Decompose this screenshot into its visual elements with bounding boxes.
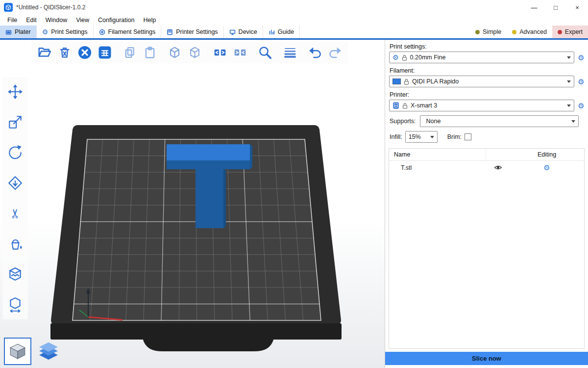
search-button[interactable] [255,43,275,62]
print-settings-value: 0.20mm Fine [410,54,564,61]
printer-value: X-smart 3 [411,102,564,109]
place-on-face-tool-button[interactable] [4,172,26,194]
tab-guide[interactable]: Guide [263,26,300,38]
redo-button[interactable] [325,43,345,62]
visibility-toggle[interactable] [486,164,510,171]
object-list-row[interactable]: T.stl ⚙ [389,161,584,174]
left-toolbar: ✂ [2,77,28,319]
device-tab-icon [229,29,236,35]
print-settings-tab-icon: ⚙ [42,28,49,35]
add-instance-button[interactable] [165,43,185,62]
delete-button[interactable] [54,43,74,62]
brim-checkbox[interactable] [465,133,471,140]
lock-icon [404,79,409,85]
expert-mode-dot [558,30,562,34]
tab-print-settings[interactable]: ⚙ Print Settings [37,26,94,38]
mode-expert[interactable]: Expert [552,26,588,38]
tab-device[interactable]: Device [224,26,263,38]
printer-label: Printer: [390,91,588,98]
filament-gear-button[interactable]: ⚙ [577,78,586,85]
move-tool-button[interactable] [4,81,26,103]
arrange-button[interactable] [95,43,115,62]
scale-tool-button[interactable] [4,111,26,133]
mode-advanced[interactable]: Advanced [507,26,552,38]
minimize-button[interactable]: — [523,0,545,15]
scale-icon [7,114,23,130]
top-toolbar [31,42,348,63]
object-list: Name Editing T.stl ⚙ [389,148,585,349]
open-project-button[interactable] [34,43,54,62]
supports-label: Supports: [390,118,416,125]
supports-combo[interactable]: None [420,115,579,127]
chevron-down-icon [567,56,571,59]
menu-window[interactable]: Window [41,16,72,25]
measure-tool-button[interactable] [4,294,26,315]
column-name: Name [389,149,486,160]
plater-tab-icon [5,29,12,35]
object-edit-icon: ⚙ [543,164,550,171]
window-title: *Untitled - QIDISlicer-1.0.2 [16,4,85,11]
arrange-icon [98,45,112,60]
menu-bar: File Edit Window View Configuration Help [0,15,588,26]
print-settings-combo[interactable]: ⚙ 0.20mm Fine [389,52,574,63]
search-icon [258,45,272,60]
filament-value: QIDI PLA Rapido [412,78,564,85]
menu-help[interactable]: Help [139,16,160,25]
close-button[interactable]: × [566,0,588,15]
preview-layers-icon [36,341,61,364]
object-list-header: Name Editing [389,149,584,161]
printer-icon [392,102,399,109]
print-settings-label: Print settings: [390,43,588,50]
slice-now-label: Slice now [472,355,501,362]
filament-color-swatch [392,79,401,84]
menu-edit[interactable]: Edit [22,16,41,25]
add-instance-icon [168,46,182,60]
cut-icon: ✂ [9,208,22,219]
cut-tool-button[interactable]: ✂ [4,203,26,224]
preview-view-button[interactable] [34,340,63,365]
split-parts-icon [233,45,247,60]
copy-icon [123,46,137,59]
filament-combo[interactable]: QIDI PLA Rapido [389,76,574,87]
object-settings-button[interactable]: ⚙ [510,164,584,171]
paint-supports-tool-button[interactable] [4,233,26,255]
undo-button[interactable] [305,43,325,62]
3d-scene [0,40,385,368]
printer-combo[interactable]: X-smart 3 [389,100,574,111]
tab-filament-settings[interactable]: Filament Settings [94,26,162,38]
redo-icon [328,45,343,60]
paint-bucket-icon [7,236,23,252]
infill-value: 15% [409,133,427,140]
rotate-tool-button[interactable] [4,142,26,163]
tab-plater[interactable]: Plater [0,26,37,38]
tab-printer-settings[interactable]: Printer Settings [161,26,223,38]
3d-editor-view-button[interactable] [4,338,31,365]
infill-combo[interactable]: 15% [405,131,438,143]
paste-button[interactable] [140,43,160,62]
remove-instance-button[interactable] [185,43,205,62]
paste-icon [143,46,157,59]
seam-tool-button[interactable] [4,263,26,285]
variable-layer-height-button[interactable] [280,43,300,62]
undo-icon [308,45,322,60]
copy-button[interactable] [120,43,140,62]
slice-now-button[interactable]: Slice now [385,352,588,365]
maximize-button[interactable]: □ [545,0,566,15]
print-settings-gear-button[interactable]: ⚙ [577,54,586,61]
title-bar: *Untitled - QIDISlicer-1.0.2 — □ × [0,0,588,15]
menu-file[interactable]: File [3,16,22,25]
printer-gear-button[interactable]: ⚙ [577,102,586,109]
split-objects-button[interactable] [210,43,230,62]
menu-configuration[interactable]: Configuration [94,16,139,25]
filament-tab-icon [99,29,105,35]
app-logo-icon [4,3,13,12]
delete-all-button[interactable] [74,43,95,62]
mode-simple[interactable]: Simple [470,26,507,38]
menu-view[interactable]: View [72,16,94,25]
chevron-down-icon [571,120,575,123]
3d-viewport[interactable]: ✂ [0,40,385,368]
split-parts-button[interactable] [230,43,250,62]
brim-label: Brim: [447,133,462,140]
chevron-down-icon [567,80,571,83]
layer-height-icon [283,45,297,60]
